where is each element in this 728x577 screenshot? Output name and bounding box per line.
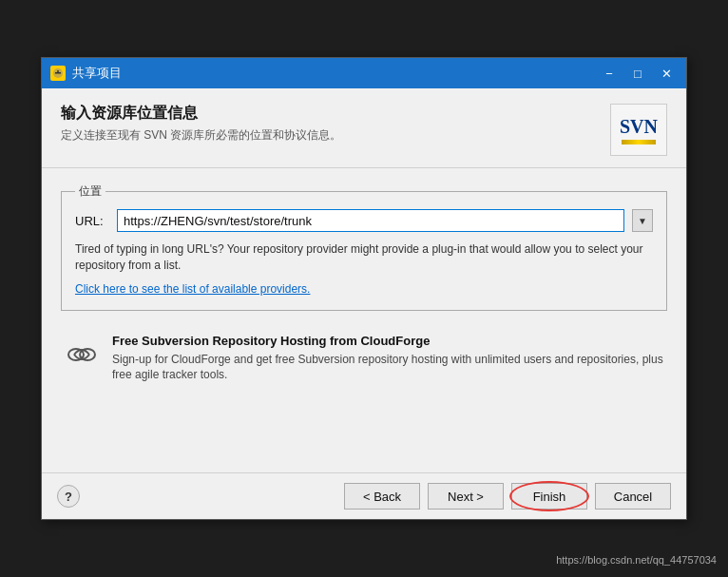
location-group: 位置 URL: ▼ Tired of typing in long URL's?… — [61, 183, 667, 311]
back-button[interactable]: < Back — [344, 483, 420, 510]
next-button[interactable]: Next > — [428, 483, 504, 510]
titlebar: 共享项目 − □ ✕ — [42, 58, 686, 88]
close-button[interactable]: ✕ — [654, 64, 679, 83]
url-dropdown-button[interactable]: ▼ — [632, 209, 653, 232]
help-button[interactable]: ? — [57, 485, 80, 508]
minimize-button[interactable]: − — [597, 64, 622, 83]
dialog-content: 位置 URL: ▼ Tired of typing in long URL's?… — [42, 168, 686, 472]
watermark: https://blog.csdn.net/qq_44757034 — [556, 554, 717, 566]
url-label: URL: — [75, 214, 109, 228]
maximize-button[interactable]: □ — [625, 64, 650, 83]
dialog-footer: ? < Back Next > Finish Cancel — [42, 472, 686, 519]
cloudforge-body: Sign-up for CloudForge and get free Subv… — [112, 352, 663, 384]
titlebar-icon — [49, 65, 67, 82]
svn-logo: SVN — [610, 104, 667, 156]
svg-rect-3 — [57, 70, 59, 72]
titlebar-controls: − □ ✕ — [597, 64, 679, 83]
dialog-header: 输入资源库位置信息 定义连接至现有 SVN 资源库所必需的位置和协议信息。 SV… — [42, 88, 686, 168]
providers-link[interactable]: Click here to see the list of available … — [75, 282, 310, 296]
location-legend: 位置 — [75, 183, 105, 200]
titlebar-title: 共享项目 — [72, 65, 597, 82]
cloudforge-icon — [65, 336, 99, 370]
svn-logo-bar — [622, 140, 656, 144]
cancel-button[interactable]: Cancel — [595, 483, 671, 510]
dialog-subtitle: 定义连接至现有 SVN 资源库所必需的位置和协议信息。 — [61, 127, 595, 144]
cloudforge-section: Free Subversion Repository Hosting from … — [61, 334, 667, 384]
cloudforge-text: Free Subversion Repository Hosting from … — [112, 334, 663, 384]
url-row: URL: ▼ — [75, 209, 653, 232]
dialog-title: 输入资源库位置信息 — [61, 104, 595, 124]
cloudforge-title: Free Subversion Repository Hosting from … — [112, 334, 663, 348]
svn-logo-text: SVN — [620, 116, 658, 138]
url-hint: Tired of typing in long URL's? Your repo… — [75, 241, 653, 274]
url-input[interactable] — [117, 209, 624, 232]
dialog-window: 共享项目 − □ ✕ 输入资源库位置信息 定义连接至现有 SVN 资源库所必需的… — [41, 57, 687, 520]
finish-button[interactable]: Finish — [511, 483, 587, 510]
svg-rect-2 — [55, 72, 61, 74]
header-text: 输入资源库位置信息 定义连接至现有 SVN 资源库所必需的位置和协议信息。 — [61, 104, 595, 144]
